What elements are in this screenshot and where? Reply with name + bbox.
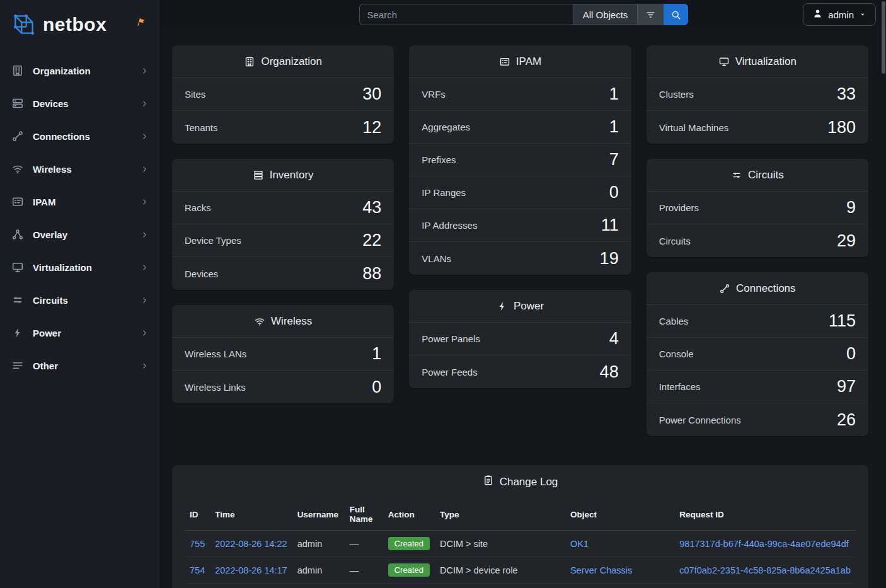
- search-input[interactable]: [359, 4, 573, 25]
- object-type-dropdown[interactable]: All Objects: [573, 4, 638, 25]
- stat-row-racks[interactable]: Racks43: [172, 192, 394, 224]
- sidebar-item-devices[interactable]: Devices: [0, 87, 160, 120]
- stat-label: IP Addresses: [422, 220, 477, 231]
- sidebar-item-label: Organization: [33, 66, 132, 76]
- change-type: DCIM > module bay template: [435, 584, 565, 588]
- search-button[interactable]: [664, 4, 688, 25]
- topbar: All Objects admin: [161, 0, 886, 29]
- dashboard-column-2: IPAMVRFs1Aggregates1Prefixes7IP Ranges0I…: [409, 45, 631, 436]
- card-header-circuits: Circuits: [647, 159, 868, 192]
- change-id-link[interactable]: 755: [190, 539, 205, 549]
- stat-row-power-connections[interactable]: Power Connections26: [647, 403, 868, 436]
- wireless-icon: [254, 316, 265, 327]
- sidebar-item-virtualization[interactable]: Virtualization: [0, 251, 160, 284]
- virtualization-icon: [11, 261, 24, 274]
- sidebar-item-ipam[interactable]: IPAM: [0, 185, 160, 218]
- card-wireless: WirelessWireless LANs1Wireless Links0: [172, 305, 394, 403]
- stat-label: Circuits: [659, 236, 691, 246]
- sidebar: netbox OrganizationDevicesConnectionsWir…: [0, 0, 161, 588]
- stat-row-vrfs[interactable]: VRFs1: [409, 78, 631, 111]
- stat-row-device-types[interactable]: Device Types22: [172, 224, 394, 257]
- stat-value: 97: [837, 377, 856, 396]
- stat-row-aggregates[interactable]: Aggregates1: [409, 111, 631, 144]
- stat-row-console[interactable]: Console0: [647, 338, 868, 371]
- sidebar-menu: OrganizationDevicesConnectionsWirelessIP…: [0, 49, 160, 382]
- stat-value: 180: [827, 118, 856, 137]
- chevron-right-icon: [141, 132, 149, 141]
- change-request-id-link[interactable]: c07f0ab2-2351-4c58-825a-8b6a2425a1ab: [679, 565, 851, 575]
- devices-icon: [11, 97, 24, 110]
- stat-value: 88: [362, 264, 381, 284]
- stat-row-wireless-lans[interactable]: Wireless LANs1: [172, 338, 394, 371]
- card-header-inventory: Inventory: [172, 159, 394, 192]
- stat-row-providers[interactable]: Providers9: [647, 192, 868, 224]
- stat-row-devices[interactable]: Devices88: [172, 257, 394, 290]
- sidebar-item-other[interactable]: Other: [0, 349, 160, 382]
- stat-row-interfaces[interactable]: Interfaces97: [647, 371, 868, 403]
- stat-row-wireless-links[interactable]: Wireless Links0: [172, 371, 394, 403]
- stat-label: Power Connections: [659, 415, 741, 425]
- sidebar-item-connections[interactable]: Connections: [0, 120, 160, 153]
- change-type: DCIM > site: [435, 531, 565, 557]
- person-icon: [812, 8, 823, 21]
- sidebar-item-overlay[interactable]: Overlay: [0, 218, 160, 251]
- stat-row-sites[interactable]: Sites30: [172, 78, 394, 111]
- stat-row-clusters[interactable]: Clusters33: [647, 78, 868, 111]
- stat-value: 0: [846, 344, 856, 364]
- change-object-link[interactable]: Server Chassis: [570, 565, 632, 575]
- stat-row-ip-ranges[interactable]: IP Ranges0: [409, 176, 631, 209]
- other-icon: [11, 359, 24, 372]
- stat-value: 4: [609, 329, 619, 349]
- stat-value: 33: [837, 84, 856, 104]
- sidebar-item-circuits[interactable]: Circuits: [0, 284, 160, 316]
- stat-row-cables[interactable]: Cables115: [647, 305, 868, 338]
- card-header-ipam: IPAM: [409, 45, 631, 78]
- change-time-link[interactable]: 2022-08-26 14:17: [215, 565, 287, 575]
- sidebar-item-label: Overlay: [33, 229, 132, 240]
- user-menu-button[interactable]: admin: [803, 3, 876, 26]
- stat-label: Wireless LANs: [185, 349, 246, 359]
- pin-icon[interactable]: [134, 16, 147, 32]
- sidebar-item-organization[interactable]: Organization: [0, 54, 160, 87]
- person-icon: [812, 8, 823, 19]
- stat-value: 22: [362, 231, 381, 250]
- stat-value: 0: [372, 378, 381, 397]
- stat-row-circuits[interactable]: Circuits29: [647, 224, 868, 257]
- chevron-right-icon: [141, 165, 149, 173]
- chevron-right-icon: [141, 198, 149, 206]
- sidebar-item-wireless[interactable]: Wireless: [0, 153, 160, 185]
- change-object-link[interactable]: OK1: [570, 539, 589, 549]
- card-title: Circuits: [748, 168, 784, 182]
- stat-value: 19: [600, 249, 619, 268]
- stat-row-tenants[interactable]: Tenants12: [172, 111, 394, 144]
- change-username: admin: [292, 584, 345, 588]
- wireless-icon: [11, 163, 24, 175]
- changelog-row: 7542022-08-26 14:17admin—CreatedDCIM > d…: [185, 557, 856, 584]
- sidebar-item-label: Circuits: [33, 295, 132, 306]
- circuits-icon: [731, 170, 742, 181]
- changelog-row: 7552022-08-26 14:22admin—CreatedDCIM > s…: [185, 531, 856, 557]
- stat-row-vlans[interactable]: VLANs19: [409, 242, 631, 275]
- change-request-id-link[interactable]: 9817317d-b67f-440a-99ca-4ae07ede94df: [679, 539, 848, 549]
- stat-row-prefixes[interactable]: Prefixes7: [409, 144, 631, 176]
- stat-value: 30: [362, 84, 381, 104]
- pin-icon: [135, 16, 148, 29]
- stat-row-power-panels[interactable]: Power Panels4: [409, 323, 631, 355]
- main-area: All Objects admin OrganizationSites30Ten…: [161, 0, 886, 588]
- card-title: Virtualization: [735, 55, 797, 69]
- stat-row-virtual-machines[interactable]: Virtual Machines180: [647, 111, 868, 144]
- change-id-link[interactable]: 754: [190, 565, 205, 575]
- stat-value: 9: [846, 198, 856, 217]
- connections-icon: [11, 130, 24, 142]
- ipam-icon: [11, 195, 24, 208]
- scrollbar[interactable]: [882, 1, 885, 74]
- stat-value: 1: [372, 344, 381, 364]
- chevron-right-icon: [141, 263, 149, 272]
- change-time-link[interactable]: 2022-08-26 14:22: [215, 539, 287, 549]
- stat-row-ip-addresses[interactable]: IP Addresses11: [409, 209, 631, 242]
- stat-value: 1: [609, 84, 619, 104]
- sidebar-item-power[interactable]: Power: [0, 316, 160, 349]
- stat-row-power-feeds[interactable]: Power Feeds48: [409, 355, 631, 388]
- card-header-virtualization: Virtualization: [647, 45, 868, 78]
- filter-button[interactable]: [638, 4, 664, 25]
